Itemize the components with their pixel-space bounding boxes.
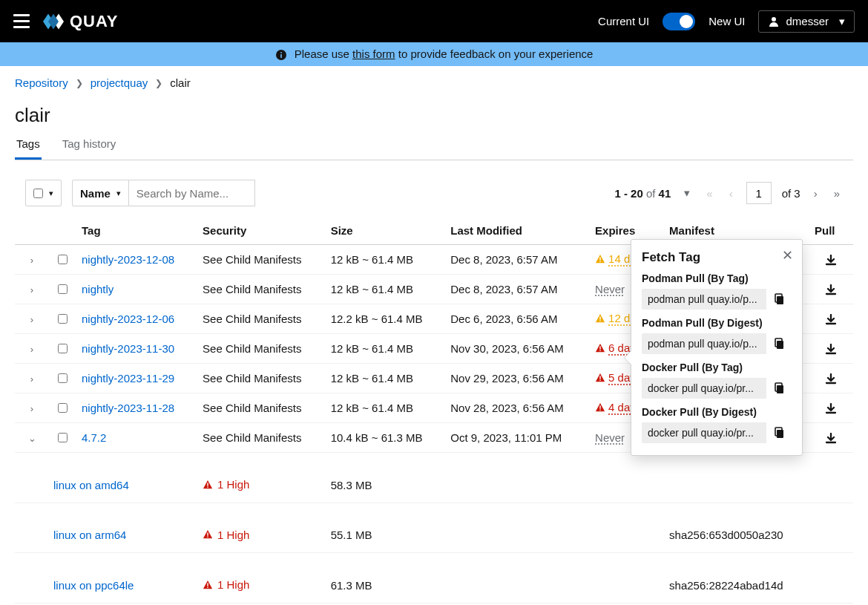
range-dropdown[interactable]: ▾ xyxy=(681,186,693,200)
expand-toggle[interactable]: › xyxy=(30,373,33,385)
brand-name: QUAY xyxy=(70,12,119,31)
masthead: QUAY Current UI New UI dmesser ▾ xyxy=(0,0,868,42)
user-icon xyxy=(768,16,780,27)
expires-never[interactable]: Never xyxy=(595,283,625,295)
pull-icon[interactable] xyxy=(825,313,837,325)
prev-page-button[interactable]: ‹ xyxy=(726,187,736,200)
feedback-form-link[interactable]: this form xyxy=(352,48,395,60)
manifest-digest xyxy=(663,468,809,503)
last-modified-cell: Oct 9, 2023, 11:01 PM xyxy=(444,423,589,453)
pull-icon[interactable] xyxy=(825,283,837,295)
pull-icon[interactable] xyxy=(825,342,837,355)
brand-logo[interactable]: QUAY xyxy=(43,11,119,32)
security-cell: See Child Manifests xyxy=(197,304,325,334)
select-all-checkbox[interactable] xyxy=(33,189,43,198)
breadcrumb-org[interactable]: projectquay xyxy=(91,76,148,89)
tag-link[interactable]: nightly-2023-12-06 xyxy=(82,313,174,325)
tag-link[interactable]: nightly-2023-12-08 xyxy=(82,253,174,266)
size-cell: 12 kB ~ 61.4 MB xyxy=(325,275,445,304)
size-cell: 12 kB ~ 61.4 MB xyxy=(325,334,445,364)
close-icon[interactable]: ✕ xyxy=(782,247,793,264)
child-manifest-row: linux on arm64 1 High55.1 MBsha256:653d0… xyxy=(15,518,853,553)
toolbar: ▾ Name ▾ 1 - 20 of 41 ▾ « ‹ of 3 › » xyxy=(15,180,853,206)
pull-icon[interactable] xyxy=(825,402,837,414)
tag-link[interactable]: 4.7.2 xyxy=(82,431,106,444)
child-manifest-row: linux on amd64 1 High58.3 MB xyxy=(15,468,853,503)
col-last-modified: Last Modified xyxy=(444,217,589,245)
popover-section-title: Docker Pull (By Tag) xyxy=(642,362,792,373)
page-title: clair xyxy=(15,104,853,127)
expand-toggle[interactable]: › xyxy=(30,255,33,266)
manifest-digest: sha256:653d0050a230 xyxy=(663,518,809,553)
tag-link[interactable]: nightly xyxy=(82,283,114,295)
row-checkbox[interactable] xyxy=(58,255,68,264)
expand-toggle[interactable]: › xyxy=(30,284,33,295)
pagination: 1 - 20 of 41 ▾ « ‹ of 3 › » xyxy=(614,182,843,204)
row-checkbox[interactable] xyxy=(58,433,68,442)
tag-link[interactable]: nightly-2023-11-29 xyxy=(82,372,174,385)
caret-down-icon: ▾ xyxy=(116,189,121,198)
size-cell: 12 kB ~ 61.4 MB xyxy=(325,364,445,393)
filter-field-dropdown[interactable]: Name ▾ xyxy=(72,180,129,206)
quay-logo-icon xyxy=(43,11,64,32)
platform-link[interactable]: linux on amd64 xyxy=(53,479,129,491)
caret-down-icon: ▾ xyxy=(839,15,845,28)
security-cell: See Child Manifests xyxy=(197,423,325,453)
ui-toggle-switch[interactable] xyxy=(662,13,695,30)
security-high[interactable]: 1 High xyxy=(203,578,249,591)
user-menu[interactable]: dmesser ▾ xyxy=(758,10,855,33)
pull-icon[interactable] xyxy=(825,372,837,385)
copy-button[interactable] xyxy=(766,289,792,310)
row-checkbox[interactable] xyxy=(58,314,68,324)
security-high[interactable]: 1 High xyxy=(203,478,249,491)
expand-toggle[interactable]: › xyxy=(30,403,33,414)
search-input[interactable] xyxy=(129,180,255,206)
breadcrumb-repository[interactable]: Repository xyxy=(15,76,68,89)
pull-command-row: docker pull quay.io/pr... xyxy=(642,422,792,443)
page-of-text: of 3 xyxy=(782,187,800,200)
expires-never[interactable]: Never xyxy=(595,431,625,444)
platform-link[interactable]: linux on arm64 xyxy=(53,529,126,541)
col-size: Size xyxy=(325,217,445,245)
popover-section-title: Podman Pull (By Tag) xyxy=(642,272,792,284)
expand-toggle[interactable]: ⌄ xyxy=(28,433,36,444)
pull-icon[interactable] xyxy=(825,253,837,266)
row-checkbox[interactable] xyxy=(58,403,68,413)
tab-tags[interactable]: Tags xyxy=(15,133,42,160)
copy-button[interactable] xyxy=(766,422,792,443)
copy-button[interactable] xyxy=(766,378,792,399)
size-cell: 10.4 kB ~ 61.3 MB xyxy=(325,423,445,453)
fetch-tag-popover: ✕ Fetch Tag Podman Pull (By Tag)podman p… xyxy=(631,239,803,456)
select-all-dropdown[interactable]: ▾ xyxy=(25,180,62,206)
size-cell: 12 kB ~ 61.4 MB xyxy=(325,245,445,275)
page-number-input[interactable] xyxy=(746,182,772,204)
hamburger-menu-icon[interactable] xyxy=(13,14,30,28)
tag-link[interactable]: nightly-2023-11-28 xyxy=(82,402,174,414)
security-cell: See Child Manifests xyxy=(197,393,325,423)
pull-command-row: docker pull quay.io/pr... xyxy=(642,378,792,399)
security-high[interactable]: 1 High xyxy=(203,529,249,541)
pull-icon[interactable] xyxy=(825,431,837,444)
pull-command-row: podman pull quay.io/p... xyxy=(642,333,792,354)
copy-button[interactable] xyxy=(766,333,792,354)
next-page-button[interactable]: › xyxy=(811,187,821,200)
tab-tag-history[interactable]: Tag history xyxy=(61,133,118,160)
first-page-button[interactable]: « xyxy=(703,187,715,200)
popover-section-title: Docker Pull (By Digest) xyxy=(642,406,792,418)
size-cell: 12.2 kB ~ 61.4 MB xyxy=(325,304,445,334)
last-page-button[interactable]: » xyxy=(831,187,843,200)
breadcrumb: Repository ❯ projectquay ❯ clair xyxy=(15,76,853,89)
last-modified-cell: Nov 30, 2023, 6:56 AM xyxy=(444,334,589,364)
tag-link[interactable]: nightly-2023-11-30 xyxy=(82,342,174,355)
last-modified-cell: Dec 8, 2023, 6:57 AM xyxy=(444,245,589,275)
security-cell: See Child Manifests xyxy=(197,334,325,364)
row-checkbox[interactable] xyxy=(58,344,68,353)
last-modified-cell: Dec 6, 2023, 6:56 AM xyxy=(444,304,589,334)
security-cell: See Child Manifests xyxy=(197,275,325,304)
row-checkbox[interactable] xyxy=(58,373,68,383)
expand-toggle[interactable]: › xyxy=(30,344,33,355)
platform-link[interactable]: linux on ppc64le xyxy=(53,579,134,592)
new-ui-label: New UI xyxy=(708,15,745,27)
expand-toggle[interactable]: › xyxy=(30,314,33,325)
row-checkbox[interactable] xyxy=(58,284,68,294)
